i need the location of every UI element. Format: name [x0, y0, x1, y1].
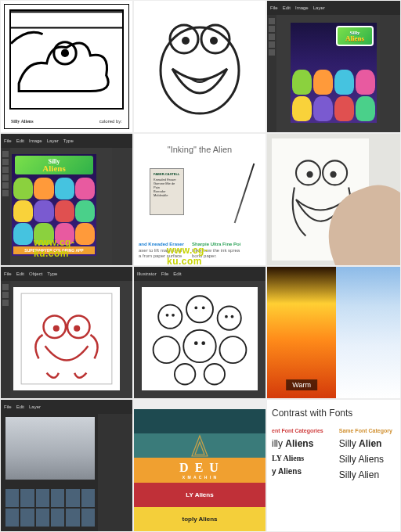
thumbnail[interactable] — [51, 489, 64, 507]
illustrator-canvas — [142, 287, 258, 390]
tile-illustrator-single[interactable]: File Edit Object Type — [0, 266, 133, 399]
app-logo: Silly Aliens — [15, 156, 93, 174]
illustrator-canvas — [13, 287, 120, 390]
tool-icon[interactable] — [2, 190, 9, 196]
svg-point-14 — [53, 325, 60, 332]
menu-item[interactable]: File — [4, 138, 12, 143]
svg-point-29 — [231, 315, 234, 318]
menu-item[interactable]: Edit — [16, 271, 24, 276]
slide-title: "Inking" the Alien — [134, 134, 266, 154]
menu-item[interactable]: Edit — [283, 5, 291, 10]
snow-image — [336, 267, 400, 398]
svg-point-1 — [61, 49, 69, 57]
tool-icon[interactable] — [2, 182, 9, 189]
menu-item[interactable]: File — [270, 5, 278, 10]
menu-item[interactable]: File — [161, 271, 169, 276]
eraser-text: Kneaded Eraser Gomme Mie de Pain Borrado… — [154, 178, 180, 197]
photoshop-panels — [112, 148, 132, 265]
menu-item[interactable]: Image — [295, 5, 309, 10]
thumbnail[interactable] — [20, 509, 34, 527]
thumbnail[interactable] — [66, 509, 79, 527]
thumbnail[interactable] — [51, 509, 64, 527]
tile-bridge[interactable]: File Edit Layer — [0, 399, 133, 532]
web-row: toply Aliens — [134, 507, 266, 531]
menu-item[interactable]: Object — [29, 271, 42, 276]
thumbnail[interactable] — [5, 489, 19, 507]
hand-drawing-photo — [267, 134, 400, 265]
illustrator-toolbar — [1, 281, 10, 398]
svg-point-6 — [210, 37, 218, 45]
tile-web-typography[interactable]: D E U X M A C H I N LY Aliens toply Alie… — [133, 399, 266, 532]
tile-photoshop-space[interactable]: File Edit Image Layer Silly Aliens — [266, 0, 401, 133]
tile-font-contrast[interactable]: Contrast with Fonts ent Font Categories … — [266, 399, 401, 532]
space-artwork: Silly Aliens — [291, 23, 377, 123]
bridge-preview — [5, 417, 95, 480]
tool-icon[interactable] — [2, 292, 9, 298]
col-heading: ent Font Categories — [272, 428, 323, 433]
brand-aliens: Aliens — [21, 119, 34, 124]
tool-icon[interactable] — [269, 41, 275, 48]
tool-icon[interactable] — [2, 151, 9, 157]
warm-label: Warm — [286, 379, 317, 390]
thumbnail[interactable] — [20, 489, 34, 507]
svg-point-17 — [186, 296, 213, 322]
tile-hand-drawing[interactable] — [266, 133, 401, 266]
bridge-panel — [98, 414, 132, 531]
svg-rect-11 — [21, 293, 112, 384]
photoshop-menubar: File Edit Image Layer Type — [1, 134, 132, 148]
thumbnail-grid: Silly Aliens colored by: File Edit Image… — [0, 0, 401, 532]
tile-sketch-face[interactable] — [133, 0, 266, 133]
menu-item[interactable]: Type — [47, 271, 57, 276]
tool-icon[interactable] — [269, 49, 275, 56]
font-sample: illy Aliens — [272, 438, 323, 449]
coloring-art — [9, 9, 124, 110]
cartoon-face-sketch — [145, 8, 255, 125]
menu-item[interactable]: File — [4, 404, 12, 409]
tile-illustrator-crowd[interactable]: Illustrator File Edit — [133, 266, 266, 399]
photoshop-toolbar — [267, 15, 276, 132]
tile-photoshop-app[interactable]: File Edit Image Layer Type Silly Aliens … — [0, 133, 133, 266]
thumbnail[interactable] — [36, 489, 49, 507]
menu-item[interactable]: Image — [29, 138, 42, 143]
watermark: www.cg-ku.com — [167, 245, 233, 266]
svg-point-24 — [166, 314, 169, 317]
tool-icon[interactable] — [2, 167, 9, 173]
deus-sub: X M A C H I N — [179, 475, 220, 480]
browser-chrome — [134, 400, 266, 409]
menu-item[interactable]: Edit — [16, 404, 24, 409]
thumbnail[interactable] — [81, 509, 95, 527]
menu-item[interactable]: Edit — [16, 138, 24, 143]
tool-icon[interactable] — [269, 18, 275, 24]
col-heading: Same Font Category — [339, 428, 392, 433]
tool-icon[interactable] — [2, 284, 9, 290]
tool-icon[interactable] — [2, 174, 9, 181]
colored-by-label: colored by: — [99, 119, 122, 124]
tool-icon[interactable] — [2, 300, 9, 306]
thumbnail[interactable] — [36, 509, 49, 527]
web-row: LY Aliens — [134, 483, 266, 507]
menu-item[interactable]: Layer — [47, 138, 59, 143]
menu-item[interactable]: Type — [63, 138, 74, 143]
svg-point-5 — [182, 37, 190, 45]
thumbnail[interactable] — [81, 489, 95, 507]
menu-item[interactable]: Layer — [29, 404, 41, 409]
tile-coloring-page[interactable]: Silly Aliens colored by: — [0, 0, 133, 133]
svg-point-21 — [219, 336, 246, 363]
thumbnail[interactable] — [5, 509, 19, 527]
menu-item[interactable]: File — [4, 271, 12, 276]
menu-item[interactable]: Illustrator — [137, 271, 157, 276]
deus-text: D E U — [179, 461, 220, 475]
menu-item[interactable]: Edit — [173, 271, 181, 276]
tool-icon[interactable] — [269, 26, 275, 32]
svg-point-19 — [154, 336, 180, 363]
slide-title: Contrast with Fonts — [272, 408, 396, 419]
tile-warm-cool[interactable]: Warm — [266, 266, 401, 399]
tool-icon[interactable] — [2, 159, 9, 165]
tile-inking-slide[interactable]: "Inking" the Alien FABER-CASTELL Kneaded… — [133, 133, 266, 266]
svg-point-31 — [201, 341, 205, 345]
menu-item[interactable]: Layer — [313, 5, 325, 10]
tool-icon[interactable] — [269, 34, 275, 40]
thumbnail[interactable] — [66, 489, 79, 507]
svg-point-28 — [225, 315, 228, 318]
svg-point-18 — [218, 307, 241, 330]
